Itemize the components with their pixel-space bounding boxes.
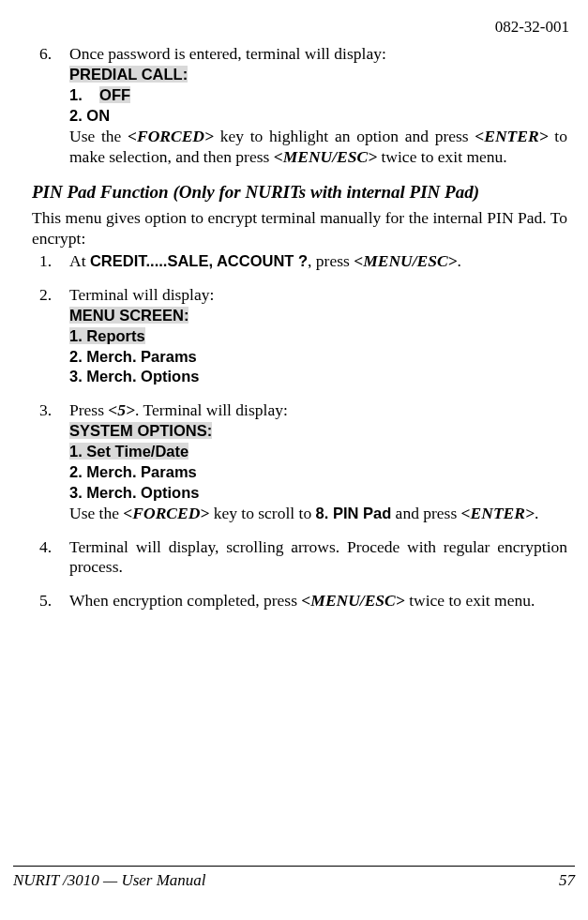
list-body: Press <5>. Terminal will display: SYSTEM…: [69, 400, 567, 523]
list-item-3: 3. Press <5>. Terminal will display: SYS…: [32, 400, 567, 523]
space: [83, 86, 99, 103]
text: .: [535, 504, 538, 522]
text: twice to exit menu.: [377, 147, 507, 166]
key-menuesc: <MENU/ESC>: [354, 251, 457, 270]
menu-line: 2. Merch. Params: [69, 463, 197, 480]
list-item-1: 1. At CREDIT.....SALE, ACCOUNT ?, press …: [32, 251, 567, 272]
list-body: Terminal will display: MENU SCREEN: 1. R…: [69, 285, 567, 387]
highlight-reports: 1. Reports: [69, 327, 145, 344]
menu-line: 3. Merch. Options: [69, 368, 199, 385]
text: Terminal will display, scrolling arrows.…: [69, 537, 567, 577]
list-number: 3.: [32, 400, 69, 523]
document-id: 082-32-001: [13, 17, 575, 37]
list-body: Once password is entered, terminal will …: [69, 44, 567, 167]
credit-prompt: CREDIT.....SALE, ACCOUNT ?: [90, 252, 308, 269]
text: Terminal will display:: [69, 285, 214, 304]
list-item-5: 5. When encryption completed, press <MEN…: [32, 591, 567, 611]
highlight-sysopts: SYSTEM OPTIONS:: [69, 422, 212, 439]
menu-line: 2. ON: [69, 107, 110, 124]
text: and press: [391, 504, 460, 522]
list-number: 1.: [32, 251, 69, 272]
text: Use the: [69, 504, 123, 522]
list-body: At CREDIT.....SALE, ACCOUNT ?, press <ME…: [69, 251, 567, 272]
paragraph: Use the <FORCED> key to highlight an opt…: [69, 127, 567, 168]
list-number: 5.: [32, 591, 69, 611]
highlight-off: OFF: [99, 86, 130, 103]
list-body: Terminal will display, scrolling arrows.…: [69, 537, 567, 579]
key-enter: <ENTER>: [475, 127, 548, 145]
key-forced: <FORCED>: [123, 504, 209, 522]
section-heading: PIN Pad Function (Only for NURITs with i…: [32, 181, 567, 204]
highlight-settime: 1. Set Time/Date: [69, 443, 188, 460]
key-enter: <ENTER>: [461, 504, 535, 522]
key-5: <5>: [108, 400, 135, 419]
text: . Terminal will display:: [135, 400, 288, 419]
key-menuesc: <MENU/ESC>: [274, 147, 377, 166]
text: key to highlight an option and press: [214, 127, 475, 145]
text: twice to exit menu.: [405, 591, 535, 610]
menu-line: 3. Merch. Options: [69, 484, 199, 501]
list-body: When encryption completed, press <MENU/E…: [69, 591, 567, 611]
list-item-6: 6. Once password is entered, terminal wi…: [32, 44, 567, 167]
page-footer: NURIT /3010 — User Manual 57: [13, 866, 575, 890]
highlight-menuscreen: MENU SCREEN:: [69, 307, 188, 324]
intro-paragraph: This menu gives option to encrypt termin…: [32, 208, 567, 249]
list-number: 4.: [32, 537, 69, 579]
text: Press: [69, 400, 108, 419]
list-number: 2.: [32, 285, 69, 387]
text: Use the: [69, 127, 128, 145]
list-item-2: 2. Terminal will display: MENU SCREEN: 1…: [32, 285, 567, 387]
paragraph: Use the <FORCED> key to scroll to 8. PIN…: [69, 504, 567, 524]
menu-line: 1.: [69, 86, 83, 103]
key-forced: <FORCED>: [128, 127, 214, 145]
footer-left: NURIT /3010 — User Manual: [13, 870, 206, 890]
footer-page-number: 57: [559, 870, 575, 890]
text: key to scroll to: [209, 504, 315, 522]
text: .: [458, 251, 461, 270]
highlight-predial: PREDIAL CALL:: [69, 66, 188, 83]
text: Once password is entered, terminal will …: [69, 44, 386, 63]
main-content: 6. Once password is entered, terminal wi…: [13, 44, 575, 611]
list-number: 6.: [32, 44, 69, 167]
text: When encryption completed, press: [69, 591, 301, 610]
text: , press: [308, 251, 354, 270]
pin-pad: 8. PIN Pad: [316, 505, 392, 521]
text: At: [69, 251, 90, 270]
list-item-4: 4. Terminal will display, scrolling arro…: [32, 537, 567, 579]
key-menuesc: <MENU/ESC>: [301, 591, 404, 610]
menu-line: 2. Merch. Params: [69, 348, 197, 365]
